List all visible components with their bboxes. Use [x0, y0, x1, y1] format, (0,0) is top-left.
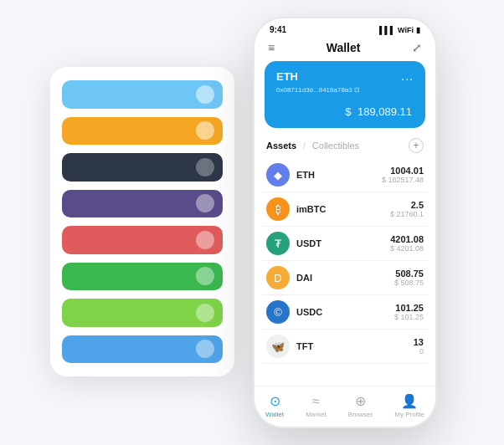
- asset-icon-dai: D: [266, 266, 290, 289]
- status-icons: ▌▌▌ WiFi ▮: [379, 26, 420, 34]
- asset-amount-usd: $ 21760.1: [390, 210, 424, 218]
- balance-symbol: $: [345, 105, 351, 118]
- bg-card-dot: [196, 121, 214, 140]
- asset-amount-eth: 1004.01$ 162517.48: [382, 166, 424, 184]
- bg-card-dot: [196, 85, 214, 104]
- asset-icon-usdc: ©: [266, 300, 290, 324]
- asset-amount-tft: 130: [414, 337, 424, 355]
- asset-name-dai: DAI: [296, 273, 394, 283]
- asset-amount-usd: $ 508.75: [394, 279, 424, 287]
- bg-card-row: [62, 117, 223, 146]
- app-header: ≡ Wallet ⤢: [255, 38, 435, 61]
- nav-icon-my-profile: 👤: [401, 393, 418, 409]
- nav-icon-market: ≈: [312, 394, 320, 409]
- nav-item-browser[interactable]: ⊕Browser: [348, 393, 373, 418]
- menu-icon[interactable]: ≡: [268, 41, 275, 54]
- background-card: [50, 67, 234, 376]
- asset-amount-main: 101.25: [394, 303, 424, 313]
- status-time: 9:41: [270, 25, 286, 34]
- eth-card-name: ETH: [276, 70, 298, 83]
- nav-icon-browser: ⊕: [355, 393, 366, 409]
- copy-icon[interactable]: ⊡: [354, 86, 360, 94]
- asset-amount-usdt: 4201.08$ 4201.08: [390, 234, 424, 253]
- assets-tabs: Assets / Collectibles: [266, 141, 359, 151]
- assets-header: Assets / Collectibles +: [255, 136, 435, 158]
- battery-icon: ▮: [416, 26, 420, 34]
- asset-row[interactable]: ◆ETH1004.01$ 162517.48: [263, 158, 427, 192]
- asset-name-imbtc: imBTC: [296, 204, 390, 214]
- asset-list: ◆ETH1004.01$ 162517.48₿imBTC2.5$ 21760.1…: [255, 158, 435, 386]
- bg-card-row: [62, 299, 223, 327]
- bottom-navigation: ⊙Wallet≈Market⊕Browser👤My Profile: [255, 386, 435, 427]
- tab-assets[interactable]: Assets: [266, 141, 296, 151]
- expand-icon[interactable]: ⤢: [412, 41, 422, 54]
- tab-collectibles[interactable]: Collectibles: [312, 141, 359, 151]
- bg-card-row: [62, 190, 223, 218]
- nav-label-browser: Browser: [348, 411, 373, 418]
- asset-amount-usd: $ 162517.48: [382, 176, 424, 184]
- nav-label-my-profile: My Profile: [394, 411, 424, 418]
- bg-card-row: [62, 335, 223, 364]
- asset-amount-usd: $ 4201.08: [390, 244, 424, 253]
- asset-amount-usd: $ 101.25: [394, 313, 424, 321]
- eth-address: 0x08711d3d...8418a78a3 ⊡: [276, 86, 414, 94]
- nav-item-my-profile[interactable]: 👤My Profile: [394, 393, 424, 418]
- wifi-icon: WiFi: [398, 26, 414, 34]
- asset-amount-imbtc: 2.5$ 21760.1: [390, 200, 424, 218]
- nav-label-market: Market: [306, 411, 326, 418]
- asset-amount-main: 508.75: [394, 269, 424, 279]
- eth-balance: $ 189,089.11: [276, 100, 414, 120]
- phone-mockup: 9:41 ▌▌▌ WiFi ▮ ≡ Wallet ⤢ ETH ... 0x087…: [253, 17, 437, 428]
- asset-amount-usd: 0: [414, 347, 424, 355]
- asset-row[interactable]: ©USDC101.25$ 101.25: [263, 295, 427, 330]
- asset-amount-main: 2.5: [390, 200, 424, 210]
- status-bar: 9:41 ▌▌▌ WiFi ▮: [255, 18, 435, 38]
- bg-card-row: [62, 263, 223, 291]
- asset-amount-main: 13: [414, 337, 424, 347]
- bg-card-dot: [196, 194, 214, 212]
- nav-icon-wallet: ⊙: [270, 393, 280, 409]
- asset-icon-eth: ◆: [266, 163, 290, 187]
- eth-card-header: ETH ...: [276, 69, 414, 83]
- asset-amount-dai: 508.75$ 508.75: [394, 269, 424, 287]
- asset-icon-imbtc: ₿: [266, 197, 290, 221]
- bg-card-dot: [196, 158, 214, 176]
- bg-card-dot: [196, 267, 214, 285]
- nav-item-wallet[interactable]: ⊙Wallet: [265, 393, 284, 418]
- bg-card-row: [62, 80, 223, 109]
- asset-name-tft: TFT: [296, 341, 414, 351]
- bg-card-dot: [196, 304, 214, 322]
- eth-card-options[interactable]: ...: [401, 69, 414, 83]
- asset-row[interactable]: 🦋TFT130: [263, 330, 427, 364]
- bg-card-row: [62, 153, 223, 182]
- asset-name-eth: ETH: [296, 170, 382, 180]
- add-asset-button[interactable]: +: [409, 138, 424, 153]
- asset-name-usdc: USDC: [296, 307, 394, 317]
- bg-card-dot: [196, 340, 214, 358]
- signal-icon: ▌▌▌: [379, 26, 395, 34]
- asset-amount-main: 1004.01: [382, 166, 424, 176]
- asset-icon-usdt: ₮: [266, 232, 290, 255]
- asset-amount-main: 4201.08: [390, 234, 424, 244]
- nav-item-market[interactable]: ≈Market: [306, 394, 326, 418]
- asset-row[interactable]: ₿imBTC2.5$ 21760.1: [263, 192, 427, 227]
- bg-card-row: [62, 226, 223, 254]
- nav-label-wallet: Wallet: [265, 411, 284, 418]
- bg-card-dot: [196, 231, 214, 249]
- tab-divider: /: [303, 141, 306, 151]
- asset-amount-usdc: 101.25$ 101.25: [394, 303, 424, 321]
- asset-row[interactable]: ₮USDT4201.08$ 4201.08: [263, 227, 427, 261]
- asset-name-usdt: USDT: [296, 238, 390, 248]
- page-title: Wallet: [327, 41, 361, 54]
- asset-row[interactable]: DDAI508.75$ 508.75: [263, 261, 427, 295]
- asset-icon-tft: 🦋: [266, 335, 290, 358]
- eth-wallet-card: ETH ... 0x08711d3d...8418a78a3 ⊡ $ 189,0…: [265, 61, 425, 128]
